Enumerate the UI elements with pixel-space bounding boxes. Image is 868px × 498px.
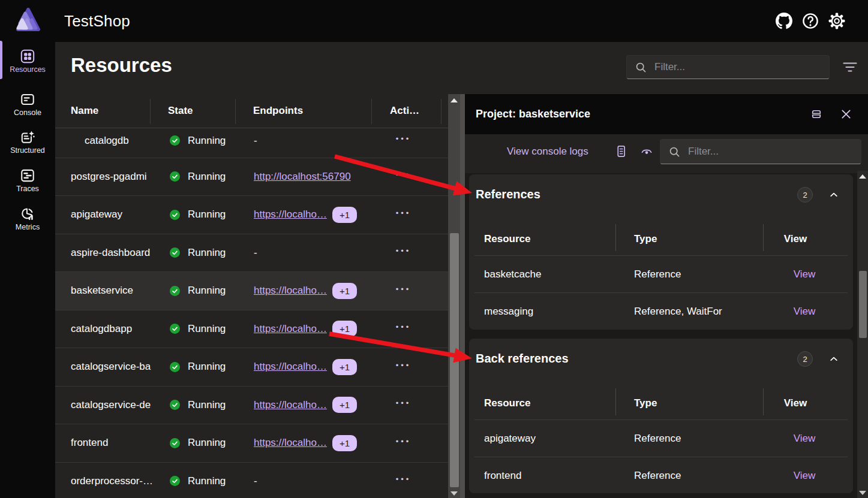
topbar-actions [776,0,845,42]
github-icon[interactable] [776,13,792,29]
endpoint-link[interactable]: https://localho… [254,361,327,373]
row-actions-button[interactable]: ••• [371,323,435,334]
view-console-logs-link[interactable]: View console logs [507,134,588,168]
reference-row-messaging: messagingReference, WaitForView [469,293,853,330]
view-link[interactable]: View [794,306,816,318]
view-link[interactable]: View [794,470,816,482]
table-scrollbar[interactable] [448,94,460,498]
endpoint-none: - [254,135,257,147]
table-scrollbar-thumb[interactable] [450,233,459,487]
row-actions-button[interactable]: ••• [371,475,435,487]
split-view-icon[interactable] [811,109,822,120]
column-header-endpoints[interactable]: Endpoints [253,94,361,128]
table-row-aspire-dashboard[interactable]: aspire-dashboardRunning-••• [55,234,448,273]
scroll-up-icon[interactable] [859,174,866,179]
table-row-catalogservice-ba[interactable]: catalogservice-baRunninghttps://localho…… [55,348,448,387]
details-panel-toolbar: View console logs [465,134,868,173]
endpoints-cell: https://localho…+1 [254,397,357,413]
state-cell: Running [170,437,226,449]
endpoint-link[interactable]: https://localho… [254,285,327,297]
endpoint-link[interactable]: http://localhost:56790 [254,171,351,183]
close-icon[interactable] [840,109,851,120]
sidebar-item-console[interactable]: Console [0,92,55,117]
settings-icon[interactable] [828,13,845,29]
column-header-state[interactable]: State [168,94,240,128]
column-header-type[interactable]: Type [634,387,657,420]
endpoint-count-badge[interactable]: +1 [332,397,357,413]
panel-scrollbar[interactable] [857,171,868,498]
log-document-icon[interactable] [612,143,629,159]
panel-splitter[interactable] [460,94,465,498]
endpoint-count-badge[interactable]: +1 [332,321,357,337]
view-link[interactable]: View [794,433,816,445]
scroll-down-icon[interactable] [450,491,458,496]
table-row-basketservice[interactable]: basketserviceRunninghttps://localho…+1••… [55,272,448,310]
filter-icon[interactable] [840,58,860,77]
endpoint-link[interactable]: https://localho… [254,437,327,449]
table-row-catalogdbapp[interactable]: catalogdbappRunninghttps://localho…+1••• [55,310,448,349]
endpoint-link[interactable]: https://localho… [254,399,327,411]
column-header-type[interactable]: Type [634,222,657,256]
scrollbar-down-button[interactable] [857,491,868,495]
scroll-up-icon[interactable] [450,98,458,102]
table-row-catalogservice-de[interactable]: catalogservice-deRunninghttps://localho…… [55,387,448,425]
table-row-catalogdb[interactable]: catalogdbRunning-••• [55,128,448,158]
sidebar-item-metrics[interactable]: Metrics [0,206,55,231]
traces-icon [20,168,35,183]
row-actions-button[interactable]: ••• [371,437,435,449]
table-row-frontend[interactable]: frontendRunninghttps://localho…+1••• [55,424,448,463]
help-icon[interactable] [802,13,819,29]
running-check-icon [170,286,180,296]
table-row-postgres-pgadmi[interactable]: postgres-pgadmiRunninghttp://localhost:5… [55,158,448,197]
reference-row-apigateway: apigatewayReferenceView [469,420,853,457]
reference-type: Reference, WaitFor [634,293,722,330]
grid-icon [20,49,35,64]
scrollbar-down-button[interactable] [448,491,460,496]
resources-filter-input[interactable] [654,61,796,73]
column-header-view[interactable]: View [754,387,837,420]
resource-name: catalogdb [85,135,161,147]
endpoint-count-badge[interactable]: +1 [332,435,357,451]
column-divider [235,99,236,124]
scrollbar-up-button[interactable] [857,174,868,179]
chevron-up-icon[interactable] [828,189,840,201]
row-actions-button[interactable]: ••• [371,247,435,258]
reference-view-cell: View [763,293,846,330]
row-actions-button[interactable]: ••• [371,209,435,221]
column-header-resource[interactable]: Resource [484,222,530,256]
row-actions-button[interactable]: ••• [371,399,435,411]
endpoint-count-badge[interactable]: +1 [332,359,357,375]
row-actions-button[interactable]: ••• [371,171,435,182]
scrollbar-up-button[interactable] [448,98,460,102]
running-check-icon [170,210,180,220]
sidebar-label-console: Console [14,108,41,117]
column-header-actions[interactable]: Acti… [390,94,438,128]
scroll-down-icon[interactable] [859,491,866,495]
count-badge: 2 [797,351,813,367]
watch-icon[interactable] [638,143,655,159]
table-row-apigateway[interactable]: apigatewayRunninghttps://localho…+1••• [55,196,448,234]
column-header-view[interactable]: View [754,222,837,256]
row-actions-button[interactable]: ••• [371,135,435,146]
column-header-resource[interactable]: Resource [484,387,530,420]
endpoint-count-badge[interactable]: +1 [332,283,357,299]
section-card-references: References2ResourceTypeViewbasketcacheRe… [469,174,853,330]
panel-filter-input[interactable] [688,146,828,158]
column-divider [615,388,616,415]
sidebar-label-traces: Traces [16,185,39,193]
view-link[interactable]: View [794,268,816,280]
sidebar-item-resources[interactable]: Resources [0,49,55,74]
endpoint-count-badge[interactable]: +1 [332,207,357,223]
endpoint-link[interactable]: https://localho… [254,209,327,221]
sidebar-item-structured[interactable]: Structured [0,129,55,155]
endpoint-link[interactable]: https://localho… [254,323,327,335]
row-actions-button[interactable]: ••• [371,285,435,297]
row-actions-button[interactable]: ••• [371,361,435,373]
sidebar-item-traces[interactable]: Traces [0,168,55,193]
table-row-orderprocessor-[interactable]: orderprocessor-…Running-••• [55,463,448,498]
section-title: References [476,188,540,201]
sidebar-label-metrics: Metrics [16,223,40,231]
panel-scrollbar-thumb[interactable] [859,271,867,338]
column-header-name[interactable]: Name [71,94,149,128]
chevron-up-icon[interactable] [828,353,840,365]
